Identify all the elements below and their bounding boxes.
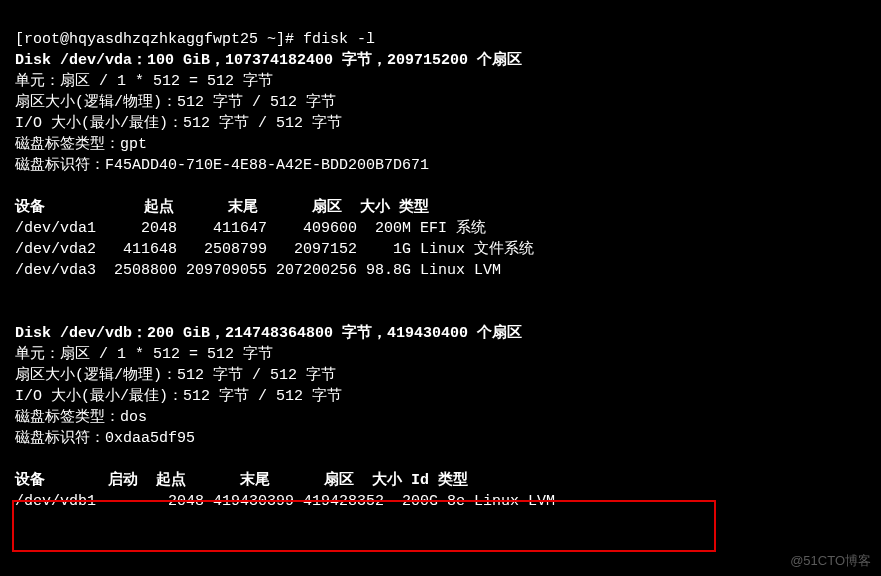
- disk1-io: I/O 大小(最小/最佳)：512 字节 / 512 字节: [15, 115, 342, 132]
- prompt: [root@hqyasdhzqzhkaggfwpt25 ~]#: [15, 31, 303, 48]
- command: fdisk -l: [303, 31, 375, 48]
- disk2-identifier: 磁盘标识符：0xdaa5df95: [15, 430, 195, 447]
- disk2-labeltype: 磁盘标签类型：dos: [15, 409, 147, 426]
- table1-row1: /dev/vda1 2048 411647 409600 200M EFI 系统: [15, 220, 486, 237]
- disk1-sector: 扇区大小(逻辑/物理)：512 字节 / 512 字节: [15, 94, 336, 111]
- table1-row3: /dev/vda3 2508800 209709055 207200256 98…: [15, 262, 501, 279]
- disk1-unit: 单元：扇区 / 1 * 512 = 512 字节: [15, 73, 273, 90]
- disk2-io: I/O 大小(最小/最佳)：512 字节 / 512 字节: [15, 388, 342, 405]
- disk1-labeltype: 磁盘标签类型：gpt: [15, 136, 147, 153]
- disk1-header: Disk /dev/vda：100 GiB，107374182400 字节，20…: [15, 52, 522, 69]
- disk2-sector: 扇区大小(逻辑/物理)：512 字节 / 512 字节: [15, 367, 336, 384]
- disk1-identifier: 磁盘标识符：F45ADD40-710E-4E88-A42E-BDD200B7D6…: [15, 157, 429, 174]
- disk2-header: Disk /dev/vdb：200 GiB，214748364800 字节，41…: [15, 325, 522, 342]
- table2-row1: /dev/vdb1 2048 419430399 419428352 200G …: [15, 493, 555, 510]
- table1-header: 设备 起点 末尾 扇区 大小 类型: [15, 199, 429, 216]
- terminal-output: [root@hqyasdhzqzhkaggfwpt25 ~]# fdisk -l…: [0, 0, 881, 520]
- disk2-unit: 单元：扇区 / 1 * 512 = 512 字节: [15, 346, 273, 363]
- watermark: @51CTO博客: [790, 552, 871, 570]
- table2-header: 设备 启动 起点 末尾 扇区 大小 Id 类型: [15, 472, 468, 489]
- table1-row2: /dev/vda2 411648 2508799 2097152 1G Linu…: [15, 241, 534, 258]
